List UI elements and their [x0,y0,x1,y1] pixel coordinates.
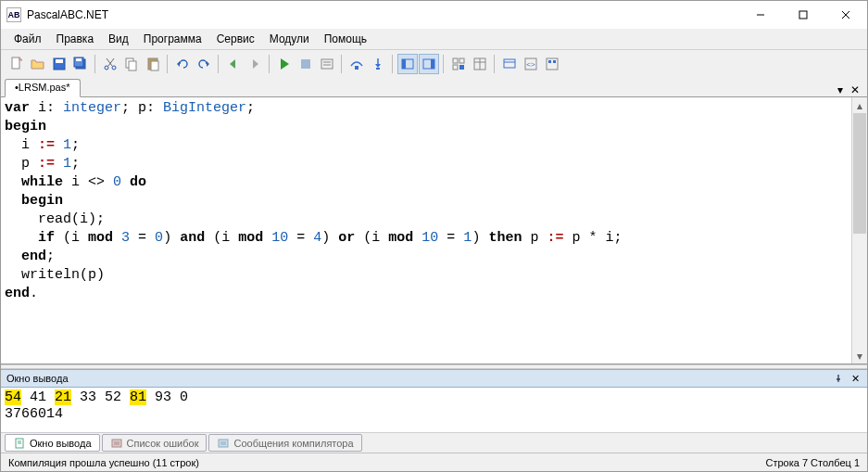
code-token: ) [472,230,488,246]
step-into-icon[interactable] [368,54,388,74]
menu-modules[interactable]: Модули [262,30,317,48]
code-token: integer [63,100,121,116]
menu-edit[interactable]: Правка [49,30,102,48]
redo-icon[interactable] [194,54,214,74]
designer-icon[interactable] [499,54,520,74]
toolbar: <> [1,49,867,77]
code-token: writeln(p) [21,267,105,283]
vertical-scrollbar[interactable]: ▴ ▾ [851,97,867,364]
menu-view[interactable]: Вид [101,30,136,48]
menu-program[interactable]: Программа [136,30,209,48]
titlebar: AB PascalABC.NET [1,1,867,29]
step-over-icon[interactable] [346,54,367,74]
stop-icon[interactable] [296,54,316,74]
cut-icon[interactable] [100,54,120,74]
code-token: := [38,137,55,153]
tab-output[interactable]: Окно вывода [5,434,100,452]
scroll-up-icon[interactable]: ▴ [852,97,867,113]
svg-rect-48 [548,60,551,63]
svg-marker-23 [281,58,289,70]
layout-icon[interactable] [542,54,562,74]
code-token: i: [30,100,63,116]
svg-text:<>: <> [526,60,535,69]
code-token: end [21,249,46,264]
tab-label: Сообщения компилятора [233,438,353,449]
run-icon[interactable] [274,54,295,74]
code-token: 1 [55,137,71,153]
compile-icon[interactable] [317,54,337,74]
svg-rect-7 [56,59,63,63]
code-editor[interactable]: var i: integer; p: BigInteger; begin i :… [1,97,851,364]
separator [167,55,169,73]
separator [218,55,220,73]
svg-marker-22 [253,59,258,69]
maximize-button[interactable] [782,1,824,29]
output-token: 54 [5,389,21,405]
panel-right-icon[interactable] [419,54,439,74]
code-token: 1 [55,156,71,172]
status-position: Строка 7 Столбец 1 [765,457,860,468]
app-window: AB PascalABC.NET Файл Правка Вид Програм… [0,0,868,472]
code-token: p [5,156,38,172]
code-token: while [21,174,63,190]
tab-compiler[interactable]: Сообщения компилятора [208,434,361,452]
scroll-down-icon[interactable]: ▾ [852,348,867,364]
code-token: read(i); [38,211,105,227]
panel-left-icon[interactable] [397,54,418,74]
panel-close-icon[interactable]: ✕ [849,372,862,385]
separator [392,55,394,73]
pin-icon[interactable] [832,372,845,385]
tabstrip-controls: ▾ ✕ [834,83,863,96]
bottom-tabstrip: Окно вывода Список ошибок Сообщения комп… [1,432,867,453]
code-token: mod [88,230,113,246]
open-file-icon[interactable] [28,54,48,74]
code-icon[interactable]: <> [521,54,541,74]
svg-rect-25 [321,59,333,69]
svg-rect-28 [355,66,359,70]
minimize-button[interactable] [739,1,782,29]
save-all-icon[interactable] [70,54,91,74]
code-token: := [547,230,563,246]
svg-rect-38 [453,65,458,70]
menu-file[interactable]: Файл [6,30,49,48]
output-header-controls: ✕ [832,372,862,385]
svg-rect-4 [12,57,19,69]
undo-icon[interactable] [172,54,193,74]
list-icon [110,437,123,450]
close-button[interactable] [824,1,867,29]
messages-icon [217,437,230,450]
output-panel[interactable]: 54 41 21 33 52 81 93 0 3766014 [1,388,867,432]
code-token: ; [71,156,80,172]
code-token: begin [21,193,63,209]
navigate-back-icon[interactable] [223,54,244,74]
code-token [5,230,38,246]
code-token: p * i; [563,230,622,246]
scroll-thumb[interactable] [853,113,866,234]
code-token [5,174,21,190]
new-file-icon[interactable] [6,54,27,74]
chevron-down-icon[interactable]: ▾ [834,83,847,96]
copy-icon[interactable] [121,54,142,74]
paste-icon[interactable] [143,54,163,74]
code-token: var [5,100,30,116]
app-icon: AB [6,7,21,22]
save-icon[interactable] [49,54,69,74]
navigate-forward-icon[interactable] [245,54,265,74]
menu-service[interactable]: Сервис [209,30,262,48]
code-token: ) [321,230,338,246]
code-token: if [38,230,55,246]
status-message: Компиляция прошла успешно (11 строк) [8,457,199,468]
tab-errors[interactable]: Список ошибок [102,434,208,452]
svg-rect-36 [453,58,458,63]
output-token: 3766014 [5,406,863,423]
tab-label: Список ошибок [127,438,199,449]
editor-area: var i: integer; p: BigInteger; begin i :… [1,97,867,364]
tab-active[interactable]: •LRSM.pas* [5,79,81,97]
class-view-icon[interactable] [448,54,469,74]
code-token: then [488,230,522,246]
code-token: = [438,230,463,246]
svg-marker-21 [230,59,235,69]
properties-icon[interactable] [470,54,490,74]
close-tab-icon[interactable]: ✕ [849,83,862,96]
menu-help[interactable]: Помощь [317,30,374,48]
